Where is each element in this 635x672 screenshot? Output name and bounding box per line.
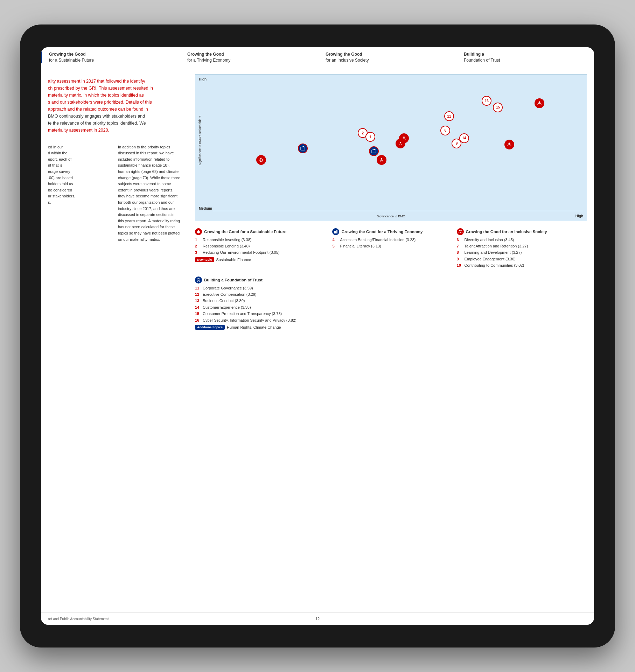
legend-item-14: 14 Customer Experience (3.38) — [195, 305, 587, 310]
data-point-1[interactable]: 1 — [365, 132, 375, 142]
chart-x-axis-label: Significance to BMO — [377, 215, 405, 218]
legend-num-8: 8 — [457, 250, 462, 255]
y-axis-label-wrapper: Significance to BMO's stakeholders — [198, 75, 202, 207]
data-point-13[interactable] — [535, 98, 544, 108]
legend-item-1: 1 Responsible Investing (3.38) — [195, 237, 325, 243]
legend-item-10: 10 Contributing to Communities (3.02) — [457, 263, 587, 268]
legend-num-1: 1 — [195, 237, 200, 243]
legend-num-7: 7 — [457, 244, 462, 249]
footer-report-title: ort and Public Accountability Statement — [48, 617, 109, 621]
svg-rect-14 — [335, 231, 336, 233]
legend-icon-inclusive — [457, 228, 464, 235]
svg-rect-10 — [302, 146, 302, 147]
legend-item-16: 16 Cyber Security, Information Security … — [195, 318, 587, 323]
legend-item-13: 13 Business Conduct (3.80) — [195, 298, 587, 303]
legend-num-12: 12 — [195, 292, 200, 297]
legend-title-trust: Building a Foundation of Trust — [195, 276, 587, 284]
left-panel: ality assessment in 2017 that followed t… — [41, 67, 188, 624]
left-col-notes: ed in ourd within theeport, each ofnt th… — [48, 144, 111, 246]
legend-text-15: Consumer Protection and Transparency (3.… — [203, 311, 282, 316]
data-point-3[interactable] — [256, 155, 266, 165]
legend-title-inclusive: Growing the Good for an Inclusive Societ… — [457, 228, 587, 235]
legend-text-10: Contributing to Communities (3.02) — [465, 263, 524, 268]
nav-sublabel-1: for a Sustainable Future — [49, 58, 94, 63]
main-content: ality assessment in 2017 that followed t… — [41, 67, 594, 624]
nav-item-sustainable-future[interactable]: Growing the Good for a Sustainable Futur… — [41, 51, 179, 63]
data-point-6[interactable]: 6 — [440, 126, 450, 135]
legend-num-4: 4 — [332, 237, 337, 243]
legend-item-2: 2 Responsible Lending (3.40) — [195, 244, 325, 249]
legend-text-5: Financial Literacy (3.13) — [340, 244, 381, 249]
legend-text-9: Employee Engagement (3.30) — [465, 257, 516, 262]
legend-thriving-economy: Growing the Good for a Thriving Economy … — [332, 228, 449, 270]
nav-item-inclusive-society[interactable]: Growing the Good for an Inclusive Societ… — [318, 51, 456, 63]
legend-num-11: 11 — [195, 286, 200, 291]
svg-rect-12 — [334, 231, 335, 233]
nav-sublabel-4: Foundation of Trust — [464, 58, 500, 63]
legend-num-5: 5 — [332, 244, 337, 249]
svg-point-3 — [403, 136, 405, 138]
legend-num-15: 15 — [195, 311, 200, 316]
body-text-red: ality assessment in 2017 that followed t… — [48, 79, 153, 112]
data-point-8[interactable] — [396, 139, 405, 148]
page-footer: ort and Public Accountability Statement … — [41, 612, 594, 625]
nav-label-2: Growing the Good — [187, 51, 310, 57]
data-point-11[interactable]: 11 — [444, 111, 454, 121]
left-col-text: ed in ourd within theeport, each ofnt th… — [48, 144, 111, 206]
legend-item-11: 11 Corporate Governance (3.59) — [195, 286, 587, 291]
legend-text-7: Talent Attraction and Retention (3.27) — [465, 244, 528, 249]
legend-num-2: 2 — [195, 244, 200, 249]
legend-num-10: 10 — [457, 263, 462, 268]
data-point-4[interactable] — [298, 144, 308, 153]
left-col-additional: In addition to the priority topics discu… — [118, 144, 181, 246]
svg-rect-1 — [538, 104, 540, 105]
materiality-chart: High Significance to BMO's stakeholders … — [195, 74, 587, 221]
legend-icon-trust — [195, 276, 202, 284]
nav-label-1: Growing the Good — [49, 51, 172, 57]
data-point-9[interactable]: 9 — [452, 139, 461, 148]
legend-num-13: 13 — [195, 298, 200, 303]
legend-title-text-trust: Building a Foundation of Trust — [204, 278, 263, 282]
nav-item-foundation-trust[interactable]: Building a Foundation of Trust — [456, 51, 594, 63]
legend-icon-sustainable — [195, 228, 202, 235]
data-point-15[interactable]: 15 — [493, 103, 503, 112]
legend-item-12: 12 Executive Compensation (3.29) — [195, 292, 587, 297]
right-panel: High Significance to BMO's stakeholders … — [188, 67, 594, 624]
legend-container: Growing the Good for a Sustainable Futur… — [195, 228, 587, 330]
legend-item-7: 7 Talent Attraction and Retention (3.27) — [457, 244, 587, 249]
legend-item-4: 4 Access to Banking/Financial Inclusion … — [332, 237, 449, 243]
body-text-normal: BMO continuously engages with stakeholde… — [48, 114, 146, 126]
new-topic-badge: New topic — [195, 257, 214, 262]
y-axis-label: Significance to BMO's stakeholders — [198, 116, 202, 165]
legend-item-9: 9 Employee Engagement (3.30) — [457, 257, 587, 262]
legend-text-1: Responsible Investing (3.38) — [203, 237, 251, 243]
legend-foundation-trust: Building a Foundation of Trust 11 Corpor… — [195, 276, 587, 330]
legend-num-9: 9 — [457, 257, 462, 262]
legend-sustainable-future: Growing the Good for a Sustainable Futur… — [195, 228, 325, 270]
legend-title-sustainable: Growing the Good for a Sustainable Futur… — [195, 228, 325, 235]
data-point-5[interactable] — [369, 146, 379, 156]
data-point-7[interactable] — [504, 140, 514, 149]
legend-text-12: Executive Compensation (3.29) — [203, 292, 256, 297]
svg-rect-5 — [372, 150, 376, 153]
chart-label-high-x: High — [575, 214, 583, 218]
body-text-red2: materiality assessment in 2020. — [48, 128, 109, 133]
legend-title-thriving: Growing the Good for a Thriving Economy — [332, 228, 449, 235]
nav-sublabel-2: for a Thriving Economy — [187, 58, 230, 63]
left-bottom-section: ed in ourd within theeport, each ofnt th… — [48, 144, 181, 246]
new-topic-text: Sustainable Finance — [216, 258, 251, 262]
legend-text-14: Customer Experience (3.38) — [203, 305, 251, 310]
nav-label-4: Building a — [464, 51, 587, 57]
data-point-16[interactable]: 16 — [482, 96, 491, 106]
legend-text-6: Diversity and Inclusion (3.45) — [465, 237, 514, 243]
svg-rect-6 — [373, 149, 374, 150]
legend-item-6: 6 Diversity and Inclusion (3.45) — [457, 237, 587, 243]
legend-text-8: Learning and Development (3.27) — [465, 250, 522, 255]
data-point-10[interactable] — [377, 155, 386, 165]
svg-rect-13 — [336, 230, 337, 233]
body-text-block: ality assessment in 2017 that followed t… — [48, 78, 181, 134]
additional-topics-badge: Additional topics — [195, 325, 225, 330]
nav-item-thriving-economy[interactable]: Growing the Good for a Thriving Economy — [179, 51, 318, 63]
legend-title-text-inclusive: Growing the Good for an Inclusive Societ… — [466, 230, 547, 234]
legend-num-6: 6 — [457, 237, 462, 243]
